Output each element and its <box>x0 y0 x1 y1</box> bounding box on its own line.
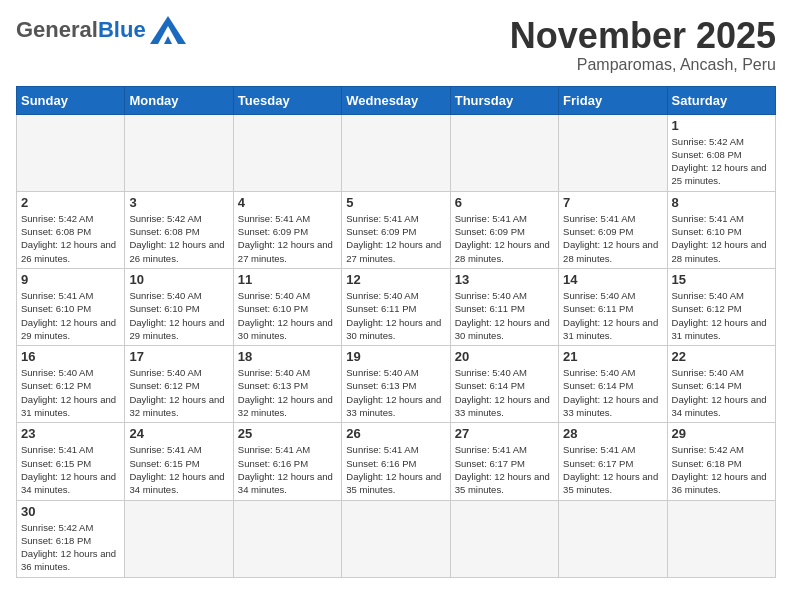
calendar-cell <box>342 114 450 191</box>
day-number: 12 <box>346 272 445 287</box>
calendar-cell <box>125 114 233 191</box>
weekday-header-monday: Monday <box>125 86 233 114</box>
calendar-cell: 17Sunrise: 5:40 AM Sunset: 6:12 PM Dayli… <box>125 346 233 423</box>
calendar-cell <box>125 500 233 577</box>
calendar-cell: 4Sunrise: 5:41 AM Sunset: 6:09 PM Daylig… <box>233 191 341 268</box>
day-number: 4 <box>238 195 337 210</box>
calendar-cell: 29Sunrise: 5:42 AM Sunset: 6:18 PM Dayli… <box>667 423 775 500</box>
day-info: Sunrise: 5:40 AM Sunset: 6:11 PM Dayligh… <box>563 289 662 342</box>
weekday-header-sunday: Sunday <box>17 86 125 114</box>
day-number: 23 <box>21 426 120 441</box>
day-number: 3 <box>129 195 228 210</box>
day-number: 13 <box>455 272 554 287</box>
calendar-cell <box>450 114 558 191</box>
calendar-cell: 28Sunrise: 5:41 AM Sunset: 6:17 PM Dayli… <box>559 423 667 500</box>
day-number: 15 <box>672 272 771 287</box>
calendar-cell: 14Sunrise: 5:40 AM Sunset: 6:11 PM Dayli… <box>559 268 667 345</box>
calendar-cell: 6Sunrise: 5:41 AM Sunset: 6:09 PM Daylig… <box>450 191 558 268</box>
day-number: 18 <box>238 349 337 364</box>
day-info: Sunrise: 5:42 AM Sunset: 6:18 PM Dayligh… <box>672 443 771 496</box>
calendar-cell: 23Sunrise: 5:41 AM Sunset: 6:15 PM Dayli… <box>17 423 125 500</box>
week-row-2: 9Sunrise: 5:41 AM Sunset: 6:10 PM Daylig… <box>17 268 776 345</box>
day-info: Sunrise: 5:41 AM Sunset: 6:16 PM Dayligh… <box>238 443 337 496</box>
day-info: Sunrise: 5:40 AM Sunset: 6:14 PM Dayligh… <box>563 366 662 419</box>
calendar-cell <box>233 500 341 577</box>
calendar: SundayMondayTuesdayWednesdayThursdayFrid… <box>16 86 776 578</box>
day-info: Sunrise: 5:41 AM Sunset: 6:09 PM Dayligh… <box>455 212 554 265</box>
day-number: 10 <box>129 272 228 287</box>
day-number: 26 <box>346 426 445 441</box>
day-number: 19 <box>346 349 445 364</box>
day-info: Sunrise: 5:40 AM Sunset: 6:10 PM Dayligh… <box>238 289 337 342</box>
calendar-cell: 8Sunrise: 5:41 AM Sunset: 6:10 PM Daylig… <box>667 191 775 268</box>
title-area: November 2025 Pamparomas, Ancash, Peru <box>510 16 776 74</box>
day-number: 9 <box>21 272 120 287</box>
day-info: Sunrise: 5:41 AM Sunset: 6:09 PM Dayligh… <box>346 212 445 265</box>
day-info: Sunrise: 5:42 AM Sunset: 6:08 PM Dayligh… <box>672 135 771 188</box>
day-info: Sunrise: 5:40 AM Sunset: 6:13 PM Dayligh… <box>238 366 337 419</box>
day-info: Sunrise: 5:40 AM Sunset: 6:12 PM Dayligh… <box>672 289 771 342</box>
calendar-cell: 25Sunrise: 5:41 AM Sunset: 6:16 PM Dayli… <box>233 423 341 500</box>
weekday-header-tuesday: Tuesday <box>233 86 341 114</box>
day-number: 17 <box>129 349 228 364</box>
day-info: Sunrise: 5:41 AM Sunset: 6:17 PM Dayligh… <box>455 443 554 496</box>
calendar-cell: 9Sunrise: 5:41 AM Sunset: 6:10 PM Daylig… <box>17 268 125 345</box>
calendar-cell <box>667 500 775 577</box>
day-number: 25 <box>238 426 337 441</box>
calendar-cell: 21Sunrise: 5:40 AM Sunset: 6:14 PM Dayli… <box>559 346 667 423</box>
calendar-cell: 1Sunrise: 5:42 AM Sunset: 6:08 PM Daylig… <box>667 114 775 191</box>
day-info: Sunrise: 5:40 AM Sunset: 6:14 PM Dayligh… <box>455 366 554 419</box>
calendar-cell: 18Sunrise: 5:40 AM Sunset: 6:13 PM Dayli… <box>233 346 341 423</box>
weekday-header-wednesday: Wednesday <box>342 86 450 114</box>
day-info: Sunrise: 5:41 AM Sunset: 6:10 PM Dayligh… <box>21 289 120 342</box>
day-info: Sunrise: 5:40 AM Sunset: 6:12 PM Dayligh… <box>129 366 228 419</box>
day-info: Sunrise: 5:40 AM Sunset: 6:13 PM Dayligh… <box>346 366 445 419</box>
day-info: Sunrise: 5:41 AM Sunset: 6:17 PM Dayligh… <box>563 443 662 496</box>
logo-icon <box>150 16 186 44</box>
calendar-cell: 22Sunrise: 5:40 AM Sunset: 6:14 PM Dayli… <box>667 346 775 423</box>
weekday-header-saturday: Saturday <box>667 86 775 114</box>
day-info: Sunrise: 5:40 AM Sunset: 6:12 PM Dayligh… <box>21 366 120 419</box>
calendar-cell: 5Sunrise: 5:41 AM Sunset: 6:09 PM Daylig… <box>342 191 450 268</box>
day-number: 30 <box>21 504 120 519</box>
day-number: 6 <box>455 195 554 210</box>
day-info: Sunrise: 5:41 AM Sunset: 6:09 PM Dayligh… <box>563 212 662 265</box>
day-info: Sunrise: 5:41 AM Sunset: 6:15 PM Dayligh… <box>129 443 228 496</box>
day-number: 22 <box>672 349 771 364</box>
calendar-cell <box>17 114 125 191</box>
day-number: 11 <box>238 272 337 287</box>
calendar-cell: 2Sunrise: 5:42 AM Sunset: 6:08 PM Daylig… <box>17 191 125 268</box>
calendar-cell: 15Sunrise: 5:40 AM Sunset: 6:12 PM Dayli… <box>667 268 775 345</box>
day-number: 7 <box>563 195 662 210</box>
calendar-cell: 27Sunrise: 5:41 AM Sunset: 6:17 PM Dayli… <box>450 423 558 500</box>
day-number: 20 <box>455 349 554 364</box>
calendar-cell <box>559 114 667 191</box>
day-info: Sunrise: 5:40 AM Sunset: 6:10 PM Dayligh… <box>129 289 228 342</box>
calendar-cell <box>450 500 558 577</box>
day-info: Sunrise: 5:40 AM Sunset: 6:14 PM Dayligh… <box>672 366 771 419</box>
week-row-5: 30Sunrise: 5:42 AM Sunset: 6:18 PM Dayli… <box>17 500 776 577</box>
week-row-3: 16Sunrise: 5:40 AM Sunset: 6:12 PM Dayli… <box>17 346 776 423</box>
day-number: 28 <box>563 426 662 441</box>
weekday-header-thursday: Thursday <box>450 86 558 114</box>
calendar-cell <box>559 500 667 577</box>
day-info: Sunrise: 5:42 AM Sunset: 6:08 PM Dayligh… <box>129 212 228 265</box>
day-info: Sunrise: 5:41 AM Sunset: 6:16 PM Dayligh… <box>346 443 445 496</box>
week-row-1: 2Sunrise: 5:42 AM Sunset: 6:08 PM Daylig… <box>17 191 776 268</box>
day-info: Sunrise: 5:40 AM Sunset: 6:11 PM Dayligh… <box>455 289 554 342</box>
day-info: Sunrise: 5:41 AM Sunset: 6:09 PM Dayligh… <box>238 212 337 265</box>
logo: General Blue <box>16 16 186 44</box>
calendar-cell: 7Sunrise: 5:41 AM Sunset: 6:09 PM Daylig… <box>559 191 667 268</box>
day-number: 8 <box>672 195 771 210</box>
calendar-cell: 12Sunrise: 5:40 AM Sunset: 6:11 PM Dayli… <box>342 268 450 345</box>
calendar-cell: 16Sunrise: 5:40 AM Sunset: 6:12 PM Dayli… <box>17 346 125 423</box>
weekday-header-friday: Friday <box>559 86 667 114</box>
day-number: 5 <box>346 195 445 210</box>
day-info: Sunrise: 5:42 AM Sunset: 6:18 PM Dayligh… <box>21 521 120 574</box>
day-number: 2 <box>21 195 120 210</box>
day-number: 27 <box>455 426 554 441</box>
day-number: 21 <box>563 349 662 364</box>
calendar-cell: 26Sunrise: 5:41 AM Sunset: 6:16 PM Dayli… <box>342 423 450 500</box>
calendar-cell: 13Sunrise: 5:40 AM Sunset: 6:11 PM Dayli… <box>450 268 558 345</box>
day-info: Sunrise: 5:40 AM Sunset: 6:11 PM Dayligh… <box>346 289 445 342</box>
